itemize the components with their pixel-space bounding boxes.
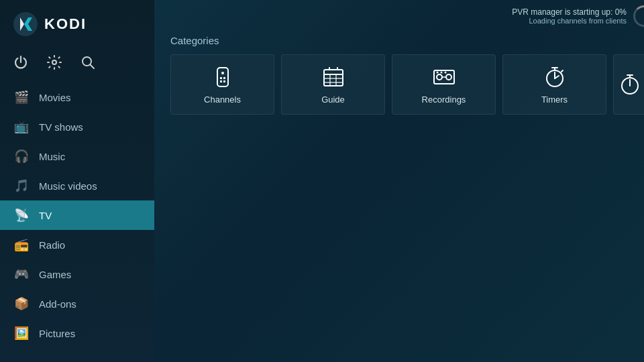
svg-point-4	[52, 60, 56, 64]
svg-point-7	[221, 72, 224, 74]
sidebar-nav: 🎬Movies📺TV shows🎧Music🎵Music videos📡TV📻R…	[0, 82, 154, 362]
sidebar-item-games[interactable]: 🎮Games	[0, 259, 154, 289]
sidebar-item-label-add-ons: Add-ons	[39, 298, 76, 310]
svg-rect-6	[217, 68, 228, 86]
svg-point-25	[440, 71, 442, 73]
search-button[interactable]	[80, 55, 95, 73]
svg-point-24	[436, 71, 438, 73]
games-nav-icon: 🎮	[13, 266, 30, 282]
movies-nav-icon: 🎬	[13, 89, 30, 105]
category-tile-timers[interactable]: Timers	[502, 54, 606, 115]
sidebar-item-label-games: Games	[39, 269, 71, 280]
sidebar-item-label-pictures: Pictures	[39, 328, 75, 339]
sidebar-item-label-movies: Movies	[39, 92, 71, 103]
power-button[interactable]	[13, 55, 28, 73]
category-tile-recordings[interactable]: Recordings	[392, 54, 496, 115]
sidebar-item-music[interactable]: 🎧Music	[0, 141, 154, 171]
loading-spinner	[633, 5, 644, 27]
svg-rect-10	[220, 80, 222, 82]
timers-label: Timers	[541, 95, 568, 105]
pvr-status: PVR manager is starting up: 0% Loading c…	[512, 7, 627, 25]
music-videos-nav-icon: 🎵	[13, 178, 30, 194]
svg-line-32	[561, 70, 563, 72]
main-content: PVR manager is starting up: 0% Loading c…	[154, 0, 644, 362]
sidebar-item-add-ons[interactable]: 📦Add-ons	[0, 289, 154, 318]
categories-grid: Channels Guide	[154, 54, 644, 115]
kodi-logo-icon	[13, 12, 38, 36]
tv-nav-icon: 📡	[13, 207, 30, 223]
channels-icon	[211, 65, 235, 89]
timers-icon	[543, 65, 567, 89]
sidebar-item-label-music-videos: Music videos	[39, 180, 97, 192]
app-title: KODI	[44, 15, 87, 33]
pictures-nav-icon: 🖼️	[13, 325, 30, 341]
category-tile-channels[interactable]: Channels	[170, 54, 274, 115]
pvr-status-line2: Loading channels from clients	[512, 17, 627, 25]
svg-point-21	[437, 74, 442, 80]
radio-nav-icon: 📻	[13, 237, 30, 253]
sidebar-item-tv-shows[interactable]: 📺TV shows	[0, 112, 154, 141]
category-tile-timers2[interactable]	[613, 54, 644, 115]
svg-point-22	[446, 74, 451, 80]
timers2-icon	[618, 72, 642, 97]
sidebar-item-music-videos[interactable]: 🎵Music videos	[0, 171, 154, 200]
recordings-icon	[432, 65, 456, 89]
pvr-status-line1: PVR manager is starting up: 0%	[512, 7, 627, 17]
sidebar-header: KODI	[0, 0, 154, 48]
sidebar: KODI 🎬Movies📺TV shows🎧Music🎵Music videos…	[0, 0, 154, 362]
svg-rect-9	[223, 77, 225, 79]
svg-rect-8	[220, 77, 222, 79]
category-tile-guide[interactable]: Guide	[281, 54, 385, 115]
sidebar-item-label-music: Music	[39, 151, 65, 162]
sidebar-item-radio[interactable]: 📻Radio	[0, 230, 154, 259]
sidebar-item-pictures[interactable]: 🖼️Pictures	[0, 318, 154, 348]
svg-rect-12	[324, 70, 343, 86]
sidebar-item-label-tv: TV	[39, 210, 52, 221]
channels-label: Channels	[204, 95, 241, 105]
settings-button[interactable]	[47, 55, 62, 73]
music-nav-icon: 🎧	[13, 148, 30, 164]
sidebar-item-movies[interactable]: 🎬Movies	[0, 82, 154, 112]
top-bar: PVR manager is starting up: 0% Loading c…	[154, 0, 644, 29]
sidebar-item-label-radio: Radio	[39, 239, 65, 251]
guide-icon	[321, 65, 345, 89]
sidebar-toolbar	[0, 48, 154, 82]
sidebar-item-tv[interactable]: 📡TV	[0, 200, 154, 230]
categories-heading: Categories	[154, 29, 644, 54]
tv-shows-nav-icon: 📺	[13, 119, 30, 135]
add-ons-nav-icon: 📦	[13, 296, 30, 312]
svg-rect-11	[223, 80, 225, 82]
sidebar-item-label-tv-shows: TV shows	[39, 121, 83, 133]
guide-label: Guide	[321, 95, 345, 105]
recordings-label: Recordings	[422, 95, 466, 105]
svg-point-26	[444, 71, 446, 73]
